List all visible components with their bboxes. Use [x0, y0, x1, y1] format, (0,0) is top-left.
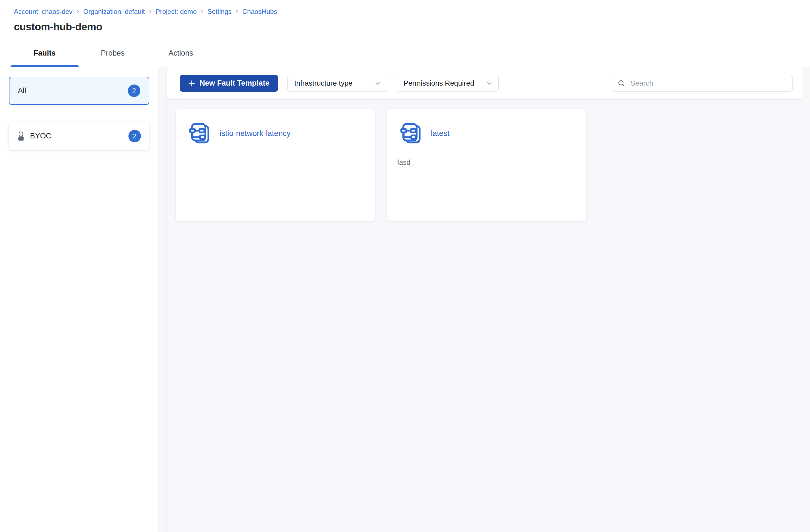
tab-probes[interactable]: Probes	[79, 39, 147, 67]
chevron-right-icon: ›	[201, 7, 204, 15]
chaoshub-page: Account: chaos-dev › Organization: defau…	[0, 0, 810, 532]
breadcrumb-chaoshubs-link[interactable]: ChaosHubs	[242, 8, 277, 16]
new-fault-template-label: New Fault Template	[199, 79, 270, 87]
tab-bar: Faults Probes Actions	[0, 39, 810, 67]
breadcrumb: Account: chaos-dev › Organization: defau…	[14, 8, 810, 16]
sidebar-item-byoc[interactable]: BYOC 2	[9, 122, 149, 150]
fault-template-title-link[interactable]: latest	[431, 129, 450, 138]
breadcrumb-account-link[interactable]: Account: chaos-dev	[14, 8, 72, 16]
fault-template-grid: istio-network-latency	[167, 99, 801, 532]
fault-template-card[interactable]: latest fasd	[387, 109, 586, 221]
chevron-down-icon	[374, 80, 382, 87]
chevron-right-icon: ›	[149, 7, 151, 15]
page-body: All 2 BYOC 2	[0, 67, 810, 532]
sidebar-item-all[interactable]: All 2	[9, 77, 149, 105]
page-title: custom-hub-demo	[14, 21, 810, 33]
chevron-right-icon: ›	[77, 7, 79, 15]
fault-template-title-link[interactable]: istio-network-latency	[220, 129, 291, 138]
search-input[interactable]	[630, 79, 787, 88]
main-panel: New Fault Template Infrastructure type P…	[167, 67, 801, 532]
sidebar-scrollbar-track[interactable]	[159, 67, 167, 532]
breadcrumb-project-link[interactable]: Project: demo	[156, 8, 197, 16]
search-box	[612, 75, 793, 92]
sidebar-item-label: All	[18, 86, 26, 95]
tab-faults[interactable]: Faults	[11, 39, 79, 67]
main-scrollbar-track[interactable]	[801, 67, 810, 532]
count-badge: 2	[128, 130, 141, 142]
page-header: Account: chaos-dev › Organization: defau…	[0, 0, 810, 39]
fault-template-description: fasd	[397, 158, 578, 166]
flask-icon	[17, 131, 25, 141]
fault-template-icon	[400, 121, 424, 146]
category-sidebar: All 2 BYOC 2	[0, 67, 159, 532]
chevron-down-icon	[486, 80, 493, 87]
search-icon	[618, 80, 626, 87]
breadcrumb-organization-link[interactable]: Organization: default	[83, 8, 145, 16]
dropdown-label: Permissions Required	[404, 79, 474, 87]
chevron-right-icon: ›	[236, 7, 238, 15]
fault-template-card[interactable]: istio-network-latency	[176, 109, 375, 221]
tab-actions[interactable]: Actions	[147, 39, 215, 67]
breadcrumb-settings-link[interactable]: Settings	[207, 8, 231, 16]
infrastructure-type-dropdown[interactable]: Infrastructure type	[288, 75, 387, 92]
count-badge: 2	[128, 84, 140, 97]
fault-template-icon	[189, 121, 212, 146]
plus-icon	[188, 80, 195, 87]
sidebar-item-label: BYOC	[30, 132, 51, 140]
new-fault-template-button[interactable]: New Fault Template	[180, 75, 278, 92]
permissions-required-dropdown[interactable]: Permissions Required	[396, 75, 499, 92]
faults-toolbar: New Fault Template Infrastructure type P…	[167, 67, 801, 99]
dropdown-label: Infrastructure type	[294, 79, 353, 87]
